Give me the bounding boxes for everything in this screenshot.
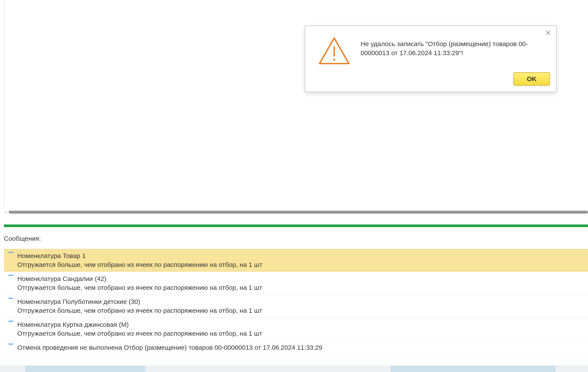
dialog-message: Не удалось записать "Отбор (размещение) …	[361, 37, 543, 58]
warning-triangle-icon	[318, 37, 350, 66]
scrollbar-thumb[interactable]	[9, 211, 588, 214]
close-icon	[545, 30, 551, 36]
message-detail: Отгружается больше, чем отобрано из ячее…	[17, 306, 588, 315]
info-dash-icon	[7, 275, 15, 276]
info-dash-icon	[7, 320, 15, 322]
message-detail: Отгружается больше, чем отобрано из ячее…	[17, 260, 588, 269]
message-detail: Отгружается больше, чем отобрано из ячее…	[17, 329, 588, 338]
message-title: Номенклатура Полуботинки детские (30)	[17, 298, 588, 306]
status-segment	[390, 365, 556, 372]
message-row[interactable]: Номенклатура Товар 1 Отгружается больше,…	[4, 249, 588, 272]
status-segment	[25, 365, 145, 372]
status-bar	[0, 365, 588, 372]
message-body: Номенклатура Товар 1 Отгружается больше,…	[15, 252, 588, 269]
messages-panel-title: Сообщения:	[4, 235, 41, 242]
info-dash-icon	[7, 343, 15, 345]
status-segment	[145, 365, 390, 372]
status-segment	[556, 365, 588, 372]
message-body: Номенклатура Куртка джинсовая (M) Отгруж…	[15, 320, 588, 338]
horizontal-scrollbar[interactable]: ◄	[4, 210, 588, 214]
message-row[interactable]: Номенклатура Куртка джинсовая (M) Отгруж…	[4, 318, 588, 341]
dialog-body: Не удалось записать "Отбор (размещение) …	[305, 26, 556, 72]
message-row[interactable]: Номенклатура Полуботинки детские (30) От…	[4, 295, 588, 318]
message-detail: Отгружается больше, чем отобрано из ячее…	[17, 283, 588, 292]
message-row[interactable]: Номенклатура Сандалии (42) Отгружается б…	[4, 272, 588, 295]
ok-button[interactable]: OK	[514, 72, 550, 86]
message-body: Отмена проведения не выполнена Отбор (ра…	[15, 343, 588, 352]
info-dash-icon	[7, 298, 15, 299]
messages-list: Номенклатура Товар 1 Отгружается больше,…	[4, 249, 588, 355]
message-title: Номенклатура Сандалии (42)	[17, 275, 588, 283]
scroll-left-arrow-icon[interactable]: ◄	[4, 211, 7, 214]
message-title: Номенклатура Куртка джинсовая (M)	[17, 320, 588, 329]
message-title: Номенклатура Товар 1	[17, 252, 588, 260]
message-title: Отмена проведения не выполнена Отбор (ра…	[17, 343, 588, 352]
message-row[interactable]: Отмена проведения не выполнена Отбор (ра…	[4, 341, 588, 355]
status-segment	[0, 365, 25, 372]
message-body: Номенклатура Полуботинки детские (30) От…	[15, 298, 588, 315]
message-body: Номенклатура Сандалии (42) Отгружается б…	[15, 275, 588, 292]
info-dash-icon	[7, 252, 15, 253]
dialog-footer: OK	[305, 72, 556, 92]
error-dialog: Не удалось записать "Отбор (размещение) …	[305, 25, 556, 92]
svg-point-4	[333, 59, 335, 61]
close-button[interactable]	[545, 30, 551, 37]
panel-splitter[interactable]	[4, 224, 588, 227]
